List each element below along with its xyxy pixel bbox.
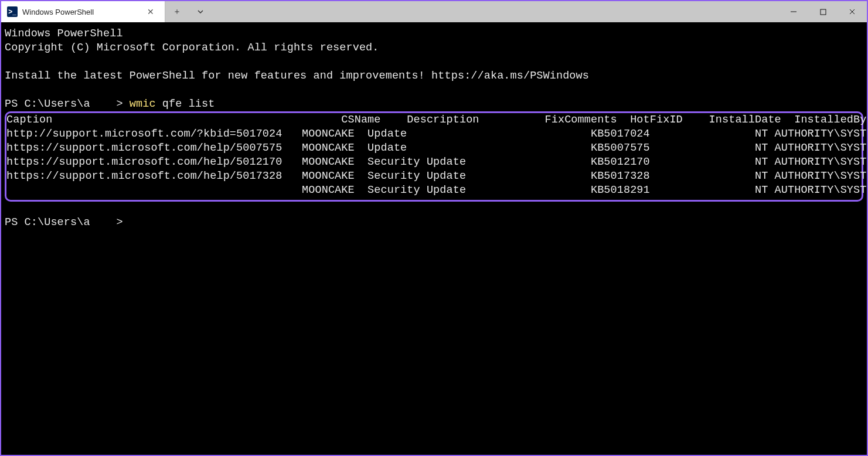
maximize-icon — [820, 9, 826, 15]
new-tab-button[interactable]: ＋ — [165, 1, 189, 22]
tab-title: Windows PowerShell — [22, 8, 139, 16]
output-row: MOONCAKE Security Update KB5018291 NT AU… — [6, 184, 867, 196]
output-highlight-box: Caption CSName Description FixComments H… — [5, 111, 863, 202]
banner-line: Windows PowerShell — [5, 28, 123, 40]
svg-rect-1 — [821, 9, 826, 15]
banner-line: Copyright (C) Microsoft Corporation. All… — [5, 42, 379, 54]
terminal-body[interactable]: Windows PowerShell Copyright (C) Microso… — [1, 22, 867, 455]
output-row: https://support.microsoft.com/help/50173… — [6, 170, 867, 182]
close-button[interactable] — [838, 1, 867, 22]
titlebar: >_ Windows PowerShell ✕ ＋ — [1, 1, 867, 22]
terminal-window: >_ Windows PowerShell ✕ ＋ Windows PowerS… — [0, 0, 868, 456]
window-controls — [779, 1, 867, 22]
output-row: https://support.microsoft.com/help/50121… — [6, 156, 867, 168]
tab-close-button[interactable]: ✕ — [144, 6, 158, 18]
output-row: https://support.microsoft.com/help/50075… — [6, 142, 867, 154]
prompt: PS C:\Users\a > — [5, 216, 123, 229]
prompt: PS C:\Users\a > wmic qfe list — [5, 98, 215, 110]
powershell-icon: >_ — [7, 6, 18, 17]
command-highlight: wmic — [130, 98, 156, 110]
output-header: Caption CSName Description FixComments H… — [6, 114, 867, 126]
minimize-button[interactable] — [779, 1, 808, 22]
banner-line: Install the latest PowerShell for new fe… — [5, 70, 589, 82]
titlebar-drag-area[interactable] — [212, 1, 779, 22]
minimize-icon — [790, 8, 797, 15]
chevron-down-icon — [197, 8, 204, 15]
tab-powershell[interactable]: >_ Windows PowerShell ✕ — [1, 1, 165, 22]
close-icon — [849, 8, 856, 15]
tab-dropdown-button[interactable] — [189, 1, 212, 22]
output-row: http://support.microsoft.com/?kbid=50170… — [6, 128, 867, 140]
maximize-button[interactable] — [808, 1, 838, 22]
